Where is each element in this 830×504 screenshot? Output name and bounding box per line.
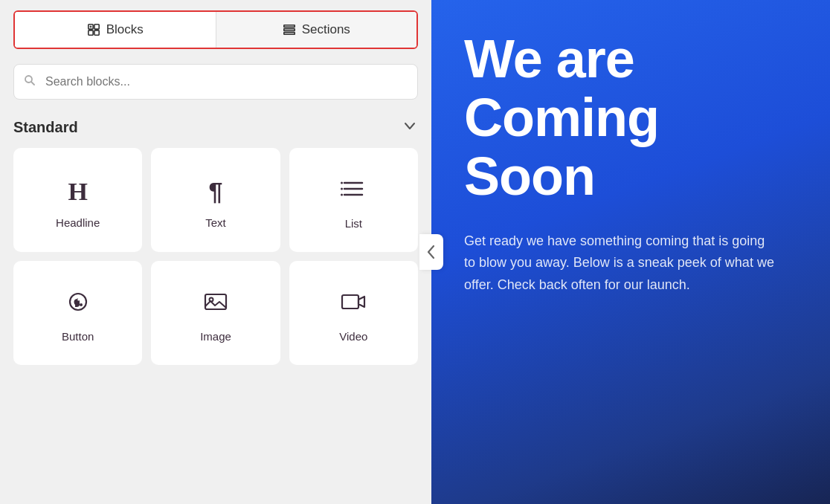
svg-rect-1 xyxy=(94,25,99,29)
block-item-button[interactable]: Button xyxy=(13,261,142,365)
block-item-headline[interactable]: H Headline xyxy=(13,148,142,252)
block-item-video[interactable]: Video xyxy=(289,261,418,365)
svg-point-16 xyxy=(341,193,343,196)
svg-rect-6 xyxy=(283,25,294,28)
block-button-label: Button xyxy=(62,330,94,343)
svg-point-18 xyxy=(80,303,83,306)
text-icon: ¶ xyxy=(209,177,223,206)
block-item-image[interactable]: Image xyxy=(151,261,280,365)
tab-sections[interactable]: Sections xyxy=(216,12,417,48)
button-icon xyxy=(65,290,91,320)
block-text-label: Text xyxy=(205,216,226,229)
svg-line-10 xyxy=(31,82,34,85)
standard-section-title: Standard xyxy=(13,119,78,136)
tab-blocks[interactable]: Blocks xyxy=(15,12,216,48)
tabs-bar: Blocks Sections xyxy=(13,10,418,49)
search-container xyxy=(13,64,418,100)
svg-point-14 xyxy=(341,181,343,184)
search-icon xyxy=(24,74,36,89)
hero-title: We are Coming Soon xyxy=(464,30,797,207)
svg-rect-3 xyxy=(94,30,99,35)
search-input[interactable] xyxy=(13,64,418,100)
image-icon xyxy=(202,290,229,320)
block-list-label: List xyxy=(345,217,362,230)
block-headline-label: Headline xyxy=(56,216,100,229)
svg-rect-7 xyxy=(283,29,294,31)
hero-body: Get ready we have something coming that … xyxy=(464,230,776,297)
block-item-list[interactable]: List xyxy=(289,148,418,252)
block-item-text[interactable]: ¶ Text xyxy=(151,148,280,252)
standard-section-header: Standard xyxy=(13,117,418,138)
blocks-icon xyxy=(87,23,100,37)
svg-rect-2 xyxy=(89,30,93,35)
svg-rect-19 xyxy=(205,294,226,309)
svg-point-15 xyxy=(341,187,343,190)
svg-rect-8 xyxy=(283,33,294,35)
video-icon xyxy=(340,290,367,320)
tab-blocks-label: Blocks xyxy=(106,22,144,37)
collapse-panel-button[interactable] xyxy=(419,234,443,270)
svg-rect-21 xyxy=(342,295,358,308)
list-icon xyxy=(340,177,367,207)
tab-sections-label: Sections xyxy=(302,22,350,37)
block-image-label: Image xyxy=(200,330,231,343)
sections-icon xyxy=(283,23,296,37)
left-panel: Blocks Sections Standard xyxy=(0,0,431,504)
right-panel: We are Coming Soon Get ready we have som… xyxy=(431,0,830,504)
headline-icon: H xyxy=(68,178,87,206)
block-video-label: Video xyxy=(339,330,367,343)
chevron-down-icon[interactable] xyxy=(402,117,418,138)
blocks-grid: H Headline ¶ Text List xyxy=(13,148,418,365)
